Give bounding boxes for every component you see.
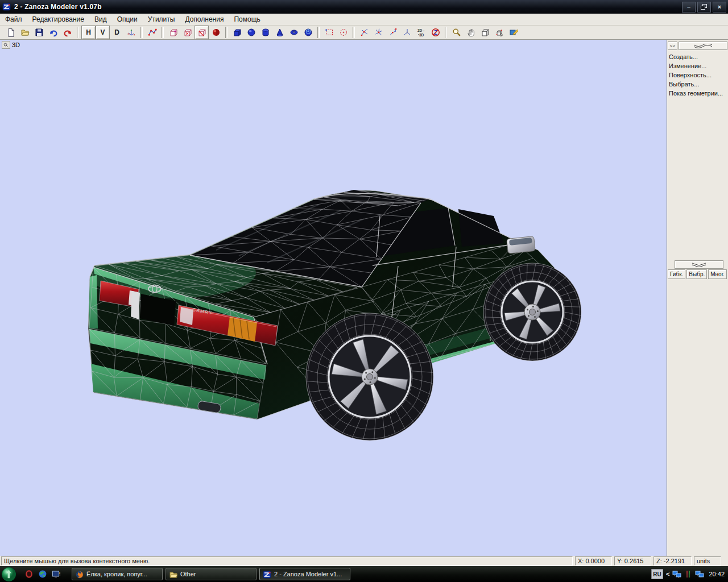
menu-bar: ФайлРедактированиеВидОпцииУтилитыДополне… (0, 14, 728, 26)
opera-icon[interactable] (24, 569, 34, 579)
sidebar-mode-button-1[interactable]: Гибк. (668, 269, 685, 279)
toolbar-move-object-button[interactable] (492, 26, 506, 39)
faces-mode-2-icon (183, 28, 192, 37)
toolbar-primitive-geosphere-button[interactable] (301, 26, 315, 39)
toolbar-view-horizontal-button[interactable]: H (81, 26, 96, 39)
tray-network-icon-3[interactable] (695, 569, 705, 579)
move-object-icon (495, 28, 504, 37)
language-indicator[interactable]: RU (651, 569, 663, 579)
toolbar-zoom-tool-button[interactable] (449, 26, 464, 39)
sidebar-item-5[interactable]: Показ геометрии... (669, 89, 723, 98)
toolbar-separator (445, 27, 447, 38)
sidebar-item-1[interactable]: Создать... (669, 52, 723, 61)
status-bar: Щелкните мышью для вызова контекстного м… (0, 556, 728, 566)
sidebar-collapse-button[interactable]: <> (668, 41, 677, 50)
toolbar-primitive-torus-button[interactable] (287, 26, 301, 39)
menu-item-5[interactable]: Утилиты (143, 14, 180, 24)
menu-item-4[interactable]: Опции (112, 14, 143, 24)
edit-object-icon (509, 28, 518, 37)
taskbar-task-1[interactable]: Ёлка, кролик, попуг... (72, 568, 163, 580)
taskbar-task-2[interactable]: Other (166, 568, 257, 580)
toolbar-view-vertical-button[interactable]: V (96, 26, 110, 39)
toolbar-vertex-edit-button[interactable] (357, 26, 371, 39)
task-label: Other (180, 571, 196, 577)
menu-item-3[interactable]: Вид (89, 14, 112, 24)
toolbar-open-file-button[interactable] (18, 26, 32, 39)
toolbar-redo-button[interactable] (60, 26, 75, 39)
toolbar-vertex-detach-button[interactable] (386, 26, 400, 39)
tray-meter-icon-2[interactable] (684, 569, 693, 579)
redo-icon (63, 28, 72, 37)
chevron-down-icon (688, 263, 710, 267)
system-tray: RU < 20:42 (651, 566, 727, 582)
toolbar-material-sphere-button[interactable] (209, 26, 223, 39)
sidebar-item-3[interactable]: Поверхность... (669, 70, 723, 80)
units-cell: units (694, 556, 721, 566)
toolbar-faces-mode-2-button[interactable] (180, 26, 195, 39)
toolbar-mode-2d-3d-button[interactable]: 2D3D (414, 26, 428, 39)
toolbar-new-file-button[interactable] (3, 26, 18, 39)
select-rectangle-icon (325, 28, 334, 37)
menu-item-6[interactable]: Дополнения (180, 14, 229, 24)
display-icon[interactable] (52, 569, 61, 579)
open-file-icon (20, 28, 30, 37)
viewport-3d[interactable]: CAMRY 3D (0, 40, 667, 556)
toolbar-separator (353, 27, 355, 38)
toolbar-separator (140, 27, 143, 38)
material-sphere-icon (212, 28, 221, 37)
toolbar-primitive-sphere-button[interactable] (244, 26, 258, 39)
toolbar-faces-mode-3-button[interactable] (195, 26, 209, 39)
vertex-weld-icon (374, 28, 383, 37)
toolbar-faces-mode-1-button[interactable] (166, 26, 180, 39)
toolbar-axes-toggle-button[interactable] (124, 26, 138, 39)
car-wireframe-model[interactable]: CAMRY (0, 40, 667, 556)
taskbar-task-3[interactable]: 2 - Zanoza Modeler v1... (259, 568, 350, 580)
toolbar-vertex-weld-button[interactable] (371, 26, 386, 39)
toolbar-primitive-cone-button[interactable] (272, 26, 287, 39)
close-button[interactable]: × (713, 2, 726, 13)
toolbar-primitive-cube-button[interactable] (230, 26, 244, 39)
menu-item-7[interactable]: Помощь (229, 14, 265, 24)
primitive-sphere-icon (247, 28, 256, 37)
sidebar-mode-button-3[interactable]: Мног. (708, 269, 727, 279)
vertex-branch-icon (403, 28, 412, 37)
earth-icon[interactable] (38, 569, 48, 579)
start-button[interactable] (1, 567, 16, 582)
minimize-button[interactable]: – (682, 2, 696, 13)
sidebar-mode-button-2[interactable]: Выбр. (686, 269, 707, 279)
primitive-cone-icon (275, 28, 284, 37)
toolbar-primitive-cylinder-button[interactable] (258, 26, 272, 39)
toolbar-vertex-branch-button[interactable] (400, 26, 414, 39)
primitive-geosphere-icon (304, 28, 313, 37)
sidebar-more-button[interactable] (675, 260, 723, 269)
zanoza-icon (263, 570, 271, 579)
taskbar: Ёлка, кролик, попуг...Other2 - Zanoza Mo… (0, 566, 728, 582)
toolbar-view-dual-button[interactable]: D (110, 26, 124, 39)
restore-button[interactable] (697, 2, 711, 13)
toolbar-select-circle-button[interactable] (336, 26, 350, 39)
sidebar-item-2[interactable]: Изменение... (669, 61, 723, 70)
toolbar-view-cube-button[interactable] (478, 26, 492, 39)
tray-expand-arrow[interactable]: < (666, 571, 669, 577)
sidebar-item-4[interactable]: Выбрать... (669, 80, 723, 89)
menu-item-2[interactable]: Редактирование (27, 14, 89, 24)
toolbar-edit-polyline-button[interactable] (145, 26, 159, 39)
zbuffer-toggle-icon: Z (431, 28, 440, 37)
viewport-label: 3D (2, 41, 20, 49)
toolbar-save-file-button[interactable] (32, 26, 46, 39)
clock: 20:42 (709, 571, 725, 577)
toolbar-zbuffer-toggle-button[interactable]: Z (428, 26, 442, 39)
coord-z: Z: -2.2191 (653, 556, 692, 566)
toolbar-pan-tool-button[interactable] (464, 26, 478, 39)
restore-icon (701, 4, 708, 10)
viewport-maximize-icon[interactable] (2, 41, 10, 49)
tray-network-icon-1[interactable] (672, 569, 682, 579)
view-cube-icon (481, 28, 490, 37)
title-bar: 2 - Zanoza Modeler v1.07b – × (0, 0, 728, 14)
toolbar-edit-object-button[interactable] (506, 26, 520, 39)
toolbar-select-rectangle-button[interactable] (322, 26, 336, 39)
toolbar-undo-button[interactable] (46, 26, 60, 39)
sidebar-expand-button[interactable] (679, 41, 727, 50)
menu-item-1[interactable]: Файл (0, 14, 27, 24)
toolbar-separator (317, 27, 320, 38)
